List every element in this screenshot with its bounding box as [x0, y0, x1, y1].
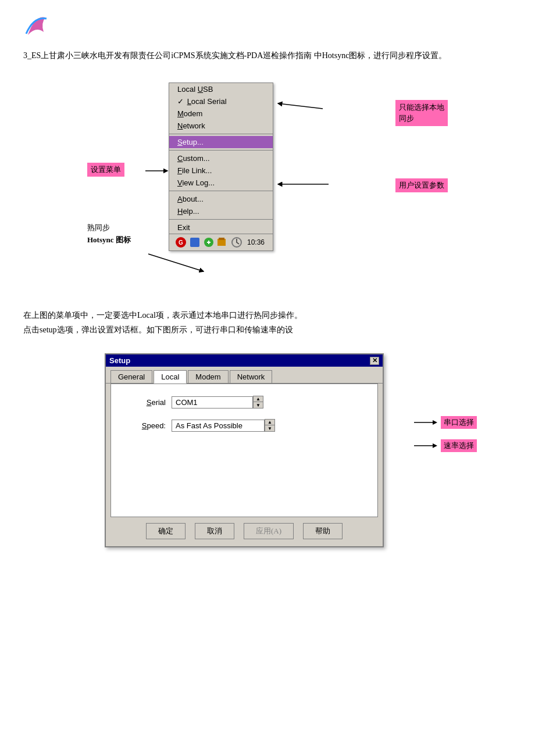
setup-dialog: Setup ✕ General Local Modem Network Seri…	[105, 353, 384, 547]
speed-input[interactable]	[172, 420, 265, 432]
menu-item-viewlog: View Log...	[169, 177, 273, 189]
serial-spin-btns: ▲ ▼	[253, 396, 263, 409]
serial-arrow	[414, 418, 437, 427]
dialog-tabs: General Local Modem Network	[106, 367, 383, 384]
menu-item-setup: Setup...	[169, 136, 273, 148]
ann-hotsync: 熟同步 Hotsync 图标	[87, 222, 131, 246]
speed-ann-label: 速率选择	[441, 439, 477, 452]
menu-item-about: About...	[169, 193, 273, 205]
taskbar-icon-4	[217, 237, 229, 248]
menu-item-modem: Modem	[169, 108, 273, 120]
svg-line-10	[148, 254, 204, 271]
svg-rect-2	[190, 238, 199, 247]
section-line2: 点击setup选项，弹出设置对话框。如下图所示，可进行串口和传输速率的设	[23, 323, 512, 337]
ann-setup-menu: 设置菜单	[87, 163, 124, 177]
taskbar-icon-1: G	[175, 237, 187, 248]
speed-spin-btns: ▲ ▼	[265, 419, 275, 432]
serial-input-group: ▲ ▼	[172, 396, 263, 409]
menu-divider-1	[169, 134, 273, 134]
apply-button[interactable]: 应用(A)	[244, 523, 294, 539]
serial-ann-wrapper: 串口选择	[414, 416, 477, 429]
tab-general[interactable]: General	[110, 370, 152, 383]
taskbar-icon-5	[231, 237, 242, 248]
serial-spin-down[interactable]: ▼	[254, 402, 263, 408]
ann-only-local: 只能选择本地同步	[395, 100, 448, 126]
serial-field-row: Serial ▲ ▼	[125, 396, 363, 409]
help-button[interactable]: 帮助	[303, 523, 343, 539]
speed-ann-wrapper: 速率选择	[414, 439, 477, 452]
ann-hotsync-line2: Hotsync 图标	[87, 235, 131, 244]
menu-item-network: Network	[169, 120, 273, 132]
logo-area	[23, 12, 512, 42]
menu-divider-2	[169, 150, 273, 151]
ann-custom: 用户设置参数	[395, 178, 448, 192]
menu-item-filelink: File Link...	[169, 164, 273, 177]
ann-hotsync-line1: 熟同步	[87, 223, 110, 232]
menu-item-local-serial: ✓ Local Serial	[169, 95, 273, 108]
speed-input-group: ▲ ▼	[172, 419, 275, 432]
serial-label: Serial	[125, 398, 166, 407]
menu-divider-4	[169, 219, 273, 220]
company-logo-icon	[23, 12, 51, 40]
menu-divider-3	[169, 191, 273, 191]
taskbar-icon-3	[203, 237, 215, 248]
section-line1: 在上图的菜单项中，一定要选中Local项，表示通过本地串口进行热同步操作。	[23, 308, 512, 323]
intro-text: 3_ES上甘肃小三峡水电开发有限责任公司iCPMS系统实施文档-PDA巡检操作指…	[23, 49, 512, 63]
speed-field-row: Speed: ▲ ▼	[125, 419, 363, 432]
menu-item-help: Help...	[169, 205, 273, 217]
setup-dialog-wrapper: Setup ✕ General Local Modem Network Seri…	[23, 353, 512, 547]
svg-rect-5	[219, 238, 224, 240]
speed-spin-up[interactable]: ▲	[265, 420, 274, 425]
dialog-buttons: 确定 取消 应用(A) 帮助	[106, 517, 383, 546]
taskbar-icon-2	[189, 237, 201, 248]
taskbar-time: 10:36	[247, 238, 265, 246]
menu-item-exit: Exit	[169, 221, 273, 234]
dialog-close-button[interactable]: ✕	[370, 357, 379, 365]
speed-arrow	[414, 441, 437, 450]
menu-taskbar: G 10:36	[169, 234, 273, 250]
section-text: 在上图的菜单项中，一定要选中Local项，表示通过本地串口进行热同步操作。 点击…	[23, 308, 512, 337]
serial-ann-label: 串口选择	[441, 416, 477, 429]
svg-marker-14	[433, 443, 437, 448]
tab-modem[interactable]: Modem	[188, 370, 228, 383]
tab-local[interactable]: Local	[154, 370, 187, 384]
speed-label: Speed:	[125, 421, 166, 430]
confirm-button[interactable]: 确定	[146, 523, 186, 539]
diagram-inner: Local USB ✓ Local Serial Modem Network S…	[87, 77, 448, 292]
svg-marker-12	[433, 420, 437, 425]
svg-text:G: G	[179, 239, 183, 246]
diagram-area: Local USB ✓ Local Serial Modem Network S…	[23, 77, 512, 292]
serial-input[interactable]	[172, 396, 253, 409]
dialog-content: Serial ▲ ▼ Speed:	[110, 384, 378, 517]
menu-item-local-usb: Local USB	[169, 83, 273, 95]
svg-line-7	[278, 103, 323, 109]
menu-item-custom: Custom...	[169, 152, 273, 164]
speed-spin-down[interactable]: ▼	[265, 425, 274, 431]
tab-network[interactable]: Network	[230, 370, 273, 383]
dialog-titlebar: Setup ✕	[106, 354, 383, 367]
cancel-button[interactable]: 取消	[195, 523, 234, 539]
hotsync-menu: Local USB ✓ Local Serial Modem Network S…	[169, 83, 273, 251]
serial-spin-up[interactable]: ▲	[254, 396, 263, 402]
dialog-title: Setup	[109, 356, 130, 365]
